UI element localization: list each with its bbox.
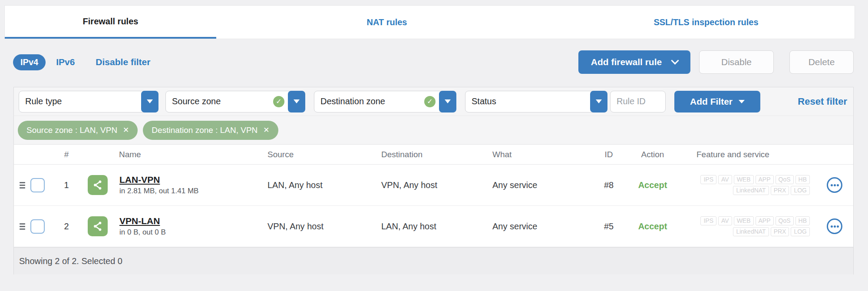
caret-down-icon (596, 99, 602, 103)
badge-app: APP (756, 216, 774, 225)
row-checkbox[interactable] (30, 178, 45, 192)
status-dropdown-button[interactable] (590, 91, 607, 112)
disable-filter-link[interactable]: Disable filter (96, 57, 150, 67)
badge-qos: QoS (776, 175, 794, 184)
rule-destination: LAN, Any host (380, 222, 492, 231)
header-what: What (492, 150, 591, 159)
rule-source: VPN, Any host (266, 222, 380, 231)
row-number: 2 (50, 222, 83, 231)
badge-av: AV (718, 216, 732, 225)
filter-status: Status (465, 91, 607, 112)
badge-app: APP (756, 175, 774, 184)
source-zone-dropdown-button[interactable] (288, 91, 305, 112)
drag-handle-icon[interactable] (20, 182, 25, 188)
badge-qos: QoS (776, 216, 794, 225)
chip-label: Source zone : LAN, VPN (26, 126, 117, 135)
rule-name-link[interactable]: LAN-VPN (119, 175, 198, 185)
chip-source-zone: Source zone : LAN, VPN ✕ (18, 121, 138, 140)
rule-destination: VPN, Any host (380, 180, 492, 190)
more-options-ellipsis-icon[interactable] (827, 218, 842, 234)
add-filter-label: Add Filter (690, 96, 733, 107)
header-destination: Destination (380, 150, 492, 159)
more-options-ellipsis-icon[interactable] (827, 177, 842, 193)
badge-ips: IPS (700, 216, 716, 225)
toolbar: IPv4 IPv6 Disable filter Add firewall ru… (13, 48, 854, 76)
filter-row: Rule type Source zone ✓ Destination zone… (14, 87, 853, 116)
tab-firewall-rules[interactable]: Firewall rules (5, 6, 216, 39)
feature-badges: IPS AV WEB APP QoS HB LinkedNAT PRX LOG (700, 216, 810, 236)
row-number: 1 (50, 180, 83, 190)
add-filter-button[interactable]: Add Filter (674, 91, 760, 112)
table-row: 1 LAN-VPN in 2.81 MB, out 1.41 MB LAN, A… (14, 165, 853, 206)
rule-action-status: Accept (626, 180, 679, 190)
header-id: ID (591, 150, 626, 159)
tab-ssl-tls-inspection-rules[interactable]: SSL/TLS inspection rules (558, 6, 855, 39)
badge-prx: PRX (771, 227, 789, 236)
rule-type-select[interactable]: Rule type (19, 91, 158, 112)
drag-handle-icon[interactable] (20, 223, 25, 230)
feature-badges: IPS AV WEB APP QoS HB LinkedNAT PRX LOG (700, 175, 810, 195)
chip-remove-icon[interactable]: ✕ (123, 126, 129, 135)
table-header: # Name Source Destination What ID Action… (14, 145, 853, 165)
filter-destination-zone: Destination zone ✓ (314, 91, 456, 112)
rule-type-dropdown-button[interactable] (141, 91, 158, 112)
source-zone-applied-check-icon: ✓ (273, 96, 284, 107)
network-share-icon[interactable] (88, 216, 108, 236)
caret-down-icon (294, 99, 300, 103)
rule-traffic-stats: in 0 B, out 0 B (119, 228, 166, 237)
rule-name-link[interactable]: VPN-LAN (119, 216, 166, 226)
chip-remove-icon[interactable]: ✕ (263, 126, 269, 135)
header-name-label: Name (119, 150, 141, 159)
badge-log: LOG (791, 227, 810, 236)
badge-log: LOG (791, 186, 810, 195)
header-name: Name (83, 150, 266, 159)
rule-source: LAN, Any host (266, 180, 380, 190)
network-share-icon[interactable] (88, 175, 108, 195)
badge-web: WEB (734, 216, 754, 225)
caret-down-icon (739, 100, 745, 103)
rule-id-input[interactable] (610, 91, 666, 112)
active-filter-chips: Source zone : LAN, VPN ✕ Destination zon… (14, 116, 853, 145)
badge-av: AV (718, 175, 732, 184)
ipv6-toggle[interactable]: IPv6 (56, 57, 75, 67)
filter-rule-type: Rule type (19, 91, 158, 112)
destination-zone-applied-check-icon: ✓ (424, 96, 436, 107)
chip-label: Destination zone : LAN, VPN (152, 126, 257, 135)
showing-status-text: Showing 2 of 2. Selected 0 (19, 256, 122, 266)
badge-ips: IPS (700, 175, 716, 184)
row-checkbox[interactable] (30, 219, 45, 234)
disable-button[interactable]: Disable (699, 50, 774, 74)
header-action: Action (626, 150, 679, 159)
reset-filter-link[interactable]: Reset filter (798, 96, 847, 107)
badge-linkednat: LinkedNAT (733, 227, 769, 236)
rule-id: #5 (591, 222, 626, 231)
rule-id: #8 (591, 180, 626, 190)
caret-down-icon (147, 99, 153, 103)
table-footer: Showing 2 of 2. Selected 0 (14, 247, 853, 274)
tab-nat-rules[interactable]: NAT rules (216, 6, 558, 39)
ipv4-toggle[interactable]: IPv4 (13, 54, 46, 70)
add-firewall-rule-label: Add firewall rule (591, 57, 662, 67)
caret-down-icon (445, 99, 451, 103)
firewall-rules-panel: Rule type Source zone ✓ Destination zone… (13, 87, 854, 274)
header-feature-and-service: Feature and service (679, 150, 816, 159)
status-select[interactable]: Status (465, 91, 607, 112)
destination-zone-dropdown-button[interactable] (439, 91, 456, 112)
header-number: # (50, 150, 83, 159)
badge-prx: PRX (771, 186, 789, 195)
badge-web: WEB (734, 175, 754, 184)
badge-hb: HB (795, 216, 810, 225)
header-source: Source (266, 150, 380, 159)
filter-source-zone: Source zone ✓ (165, 91, 305, 112)
rule-what: Any service (492, 222, 591, 231)
tab-bar: Firewall rules NAT rules SSL/TLS inspect… (4, 5, 855, 39)
table-row: 2 VPN-LAN in 0 B, out 0 B VPN, Any host … (14, 206, 853, 247)
badge-hb: HB (795, 175, 810, 184)
delete-button[interactable]: Delete (789, 50, 854, 74)
badge-linkednat: LinkedNAT (733, 186, 769, 195)
add-firewall-rule-button[interactable]: Add firewall rule (578, 50, 690, 74)
chevron-down-icon (671, 56, 679, 64)
rule-traffic-stats: in 2.81 MB, out 1.41 MB (119, 187, 198, 195)
chip-destination-zone: Destination zone : LAN, VPN ✕ (143, 121, 278, 140)
rule-action-status: Accept (626, 222, 679, 231)
